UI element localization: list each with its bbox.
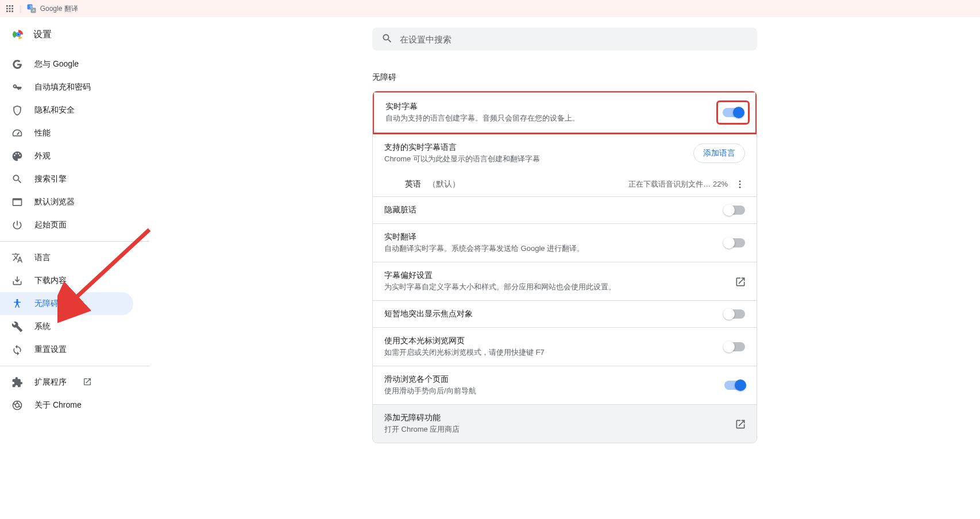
row-swipe-navigation: 滑动浏览各个页面 使用滑动手势向后/向前导航 bbox=[373, 366, 757, 405]
language-default-label: （默认） bbox=[428, 179, 460, 188]
sidebar-item-label: 搜索引擎 bbox=[34, 174, 67, 184]
sidebar-item-downloads[interactable]: 下载内容 bbox=[0, 269, 133, 292]
google-g-icon bbox=[11, 59, 23, 70]
chrome-outline-icon bbox=[11, 400, 23, 411]
download-status: 正在下载语音识别文件… 22% bbox=[628, 179, 728, 189]
toggle-focus-highlight[interactable] bbox=[724, 309, 745, 319]
sidebar-item-label: 性能 bbox=[34, 128, 51, 138]
accessibility-card: 实时字幕 自动为支持的语言创建字幕。音频只会留存在您的设备上。 支持的实时字幕语… bbox=[372, 91, 757, 443]
svg-rect-3 bbox=[6, 8, 8, 10]
row-title: 支持的实时字幕语言 bbox=[384, 142, 684, 153]
sidebar-item-label: 语言 bbox=[34, 253, 51, 263]
svg-rect-8 bbox=[11, 10, 13, 12]
sidebar-item-appearance[interactable]: 外观 bbox=[0, 145, 133, 168]
sidebar-item-search-engine[interactable]: 搜索引擎 bbox=[0, 168, 133, 191]
language-name: 英语 bbox=[405, 179, 421, 188]
settings-sidebar: 设置 您与 Google 自动填充和密码 隐私和安全 性能 外观 搜索引擎 默认… bbox=[0, 17, 149, 466]
toggle-swipe-navigation[interactable] bbox=[724, 381, 745, 390]
row-live-translate: 实时翻译 自动翻译实时字幕。系统会将字幕发送给 Google 进行翻译。 bbox=[373, 224, 757, 262]
speedometer-icon bbox=[11, 127, 23, 139]
row-title: 添加无障碍功能 bbox=[384, 413, 726, 423]
sidebar-item-you-and-google[interactable]: 您与 Google bbox=[0, 53, 133, 76]
sidebar-item-reset[interactable]: 重置设置 bbox=[0, 338, 133, 361]
sidebar-item-privacy[interactable]: 隐私和安全 bbox=[0, 99, 133, 122]
sidebar-item-label: 下载内容 bbox=[34, 276, 67, 286]
page-title: 设置 bbox=[33, 29, 52, 41]
sidebar-item-autofill[interactable]: 自动填充和密码 bbox=[0, 76, 133, 99]
toggle-live-translate[interactable] bbox=[724, 238, 745, 247]
row-title: 短暂地突出显示焦点对象 bbox=[384, 309, 715, 319]
svg-point-17 bbox=[16, 299, 18, 301]
more-vert-icon[interactable] bbox=[735, 179, 745, 189]
sidebar-item-extensions[interactable]: 扩展程序 bbox=[0, 371, 133, 394]
svg-text:文: 文 bbox=[29, 5, 32, 9]
tab-label: Google 翻译 bbox=[40, 4, 78, 14]
svg-text:A: A bbox=[32, 9, 34, 12]
add-language-button[interactable]: 添加语言 bbox=[693, 144, 745, 163]
toggle-hide-profanity[interactable] bbox=[724, 206, 745, 215]
search-icon bbox=[381, 33, 393, 46]
highlighted-toggle-box bbox=[716, 100, 750, 125]
row-live-caption: 实时字幕 自动为支持的语言创建字幕。音频只会留存在您的设备上。 bbox=[372, 91, 757, 134]
palette-icon bbox=[11, 150, 23, 162]
browser-icon bbox=[11, 196, 23, 208]
settings-content: 无障碍 实时字幕 自动为支持的语言创建字幕。音频只会留存在您的设备上。 支持的实… bbox=[149, 17, 980, 466]
sidebar-item-label: 隐私和安全 bbox=[34, 105, 75, 115]
svg-point-22 bbox=[739, 187, 741, 188]
power-icon bbox=[11, 219, 23, 231]
sidebar-item-system[interactable]: 系统 bbox=[0, 315, 133, 338]
sidebar-item-label: 无障碍 bbox=[34, 299, 59, 309]
search-input[interactable] bbox=[400, 34, 748, 44]
section-title-accessibility: 无障碍 bbox=[372, 72, 757, 83]
row-desc: 自动为支持的语言创建字幕。音频只会留存在您的设备上。 bbox=[385, 113, 707, 123]
language-item-english: 英语 （默认） 正在下载语音识别文件… 22% bbox=[373, 172, 757, 197]
chrome-logo-icon bbox=[11, 28, 25, 41]
accessibility-icon bbox=[11, 298, 23, 309]
external-link-icon bbox=[83, 377, 92, 388]
reset-icon bbox=[11, 344, 23, 355]
sidebar-item-accessibility[interactable]: 无障碍 bbox=[0, 292, 133, 315]
row-title: 字幕偏好设置 bbox=[384, 270, 726, 281]
download-icon bbox=[11, 275, 23, 286]
translate-icon bbox=[11, 252, 23, 264]
search-icon bbox=[11, 173, 23, 185]
sidebar-item-default-browser[interactable]: 默认浏览器 bbox=[0, 191, 133, 214]
row-desc: 自动翻译实时字幕。系统会将字幕发送给 Google 进行翻译。 bbox=[384, 243, 715, 254]
browser-tab-bar: | 文A Google 翻译 bbox=[0, 0, 980, 17]
toggle-caret-browsing[interactable] bbox=[724, 342, 745, 351]
divider bbox=[0, 366, 149, 366]
sidebar-item-label: 外观 bbox=[34, 151, 51, 161]
toggle-live-caption[interactable] bbox=[723, 108, 743, 117]
sidebar-item-on-startup[interactable]: 起始页面 bbox=[0, 214, 133, 237]
apps-grid-icon[interactable] bbox=[5, 3, 15, 14]
svg-point-16 bbox=[17, 33, 20, 36]
external-link-icon bbox=[735, 419, 745, 429]
sidebar-item-about-chrome[interactable]: 关于 Chrome bbox=[0, 394, 133, 417]
tab-google-translate[interactable]: 文A Google 翻译 bbox=[26, 3, 78, 14]
sidebar-item-label: 自动填充和密码 bbox=[34, 82, 91, 92]
sidebar-item-performance[interactable]: 性能 bbox=[0, 122, 133, 145]
svg-rect-7 bbox=[9, 10, 11, 12]
row-focus-highlight: 短暂地突出显示焦点对象 bbox=[373, 301, 757, 328]
svg-rect-2 bbox=[11, 5, 13, 7]
sidebar-item-languages[interactable]: 语言 bbox=[0, 246, 133, 269]
row-caret-browsing: 使用文本光标浏览网页 如需开启或关闭光标浏览模式，请使用快捷键 F7 bbox=[373, 328, 757, 366]
settings-header: 设置 bbox=[0, 28, 149, 53]
sidebar-item-label: 您与 Google bbox=[34, 59, 79, 69]
external-link-icon bbox=[735, 276, 745, 286]
row-desc: Chrome 可以为此处显示的语言创建和翻译字幕 bbox=[384, 154, 684, 164]
row-title: 实时字幕 bbox=[385, 102, 707, 112]
sidebar-item-label: 重置设置 bbox=[34, 344, 67, 355]
sidebar-item-label: 关于 Chrome bbox=[34, 400, 82, 410]
row-desc: 使用滑动手势向后/向前导航 bbox=[384, 386, 715, 396]
row-desc: 打开 Chrome 应用商店 bbox=[384, 424, 726, 435]
divider bbox=[0, 241, 149, 242]
row-add-accessibility[interactable]: 添加无障碍功能 打开 Chrome 应用商店 bbox=[373, 405, 757, 443]
wrench-icon bbox=[11, 321, 23, 332]
search-settings[interactable] bbox=[372, 28, 757, 51]
sidebar-item-label: 系统 bbox=[34, 322, 51, 332]
google-translate-icon: 文A bbox=[26, 3, 37, 14]
row-caption-preferences[interactable]: 字幕偏好设置 为实时字幕自定义字幕大小和样式。部分应用和网站也会使用此设置。 bbox=[373, 262, 757, 301]
row-title: 滑动浏览各个页面 bbox=[384, 374, 715, 385]
svg-point-21 bbox=[739, 184, 741, 185]
